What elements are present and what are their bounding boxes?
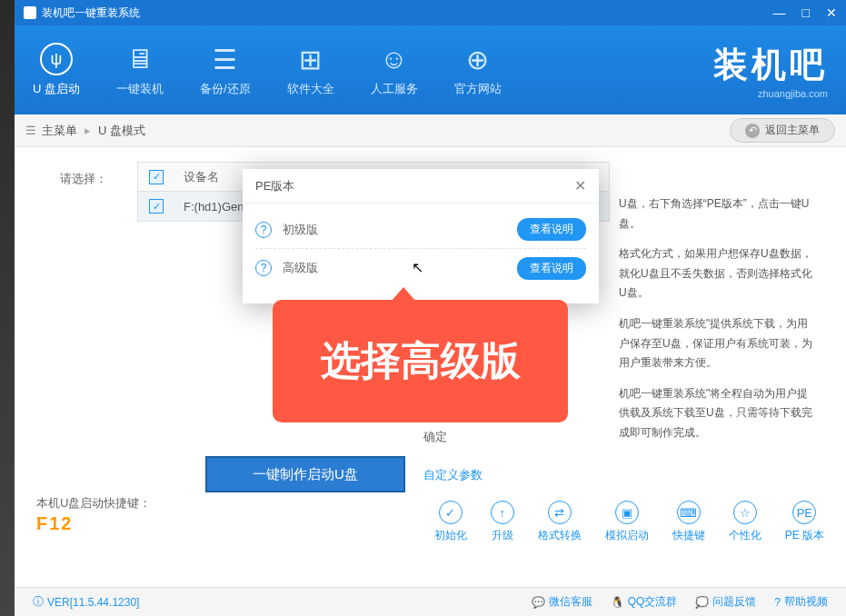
link-label: QQ交流群: [628, 594, 678, 610]
help-link[interactable]: ?帮助视频: [774, 594, 828, 610]
link-label: 微信客服: [549, 594, 592, 610]
maximize-button[interactable]: □: [802, 5, 810, 20]
brand-url: zhuangjiba.com: [713, 88, 828, 99]
info-text: U盘，右下角选择“PE版本”，点击一键U盘。 格式化方式，如果用户想保存U盘数据…: [619, 194, 819, 454]
info-icon: ⓘ: [33, 594, 44, 610]
key-icon: ⌨: [677, 501, 701, 524]
info-p4: 机吧一键重装系统"将全程自动为用户提供载及系统下载至U盘，只需等待下载完成即可制…: [619, 384, 819, 443]
breadcrumb: ☰ 主菜单 ▸ U 盘模式 ↶ 返回主菜单: [15, 114, 846, 147]
link-label: 问题反馈: [712, 594, 756, 610]
select-label: 请选择：: [60, 171, 107, 187]
tool-usb-boot[interactable]: ψ U 盘启动: [33, 43, 80, 97]
bt-label: PE 版本: [785, 528, 824, 543]
make-usb-button[interactable]: 一键制作启动U盘: [205, 456, 405, 492]
back-button[interactable]: ↶ 返回主菜单: [730, 118, 835, 143]
bt-label: 个性化: [729, 528, 761, 543]
minimize-button[interactable]: —: [773, 5, 786, 20]
modal-close-button[interactable]: ✕: [574, 177, 586, 194]
bottom-tools: ✓初始化 ↑升级 ⇄格式转换 ▣模拟启动 ⌨快捷键 ☆个性化 PEPE 版本: [434, 501, 824, 543]
tool-label: U 盘启动: [33, 81, 80, 97]
pe-icon: PE: [792, 501, 816, 524]
modal-header: PE版本 ✕: [243, 169, 599, 204]
bt-custom[interactable]: ☆个性化: [729, 501, 761, 543]
pe-option-basic[interactable]: ? 初级版 查看说明: [255, 211, 586, 249]
tool-label: 官方网站: [454, 81, 502, 97]
bt-init[interactable]: ✓初始化: [434, 501, 467, 543]
breadcrumb-sep: ▸: [85, 124, 91, 137]
toolbar: ψ U 盘启动 🖥 一键装机 ☰ 备份/还原 ⊞ 软件大全 ☺ 人工服务 ⊕ 官…: [15, 25, 846, 114]
bt-label: 升级: [492, 528, 513, 543]
question-icon: ?: [255, 222, 272, 238]
hotkey-value: F12: [36, 513, 151, 534]
wechat-icon: 💬: [532, 596, 545, 609]
feedback-link[interactable]: 💭问题反馈: [695, 594, 756, 610]
bt-format[interactable]: ⇄格式转换: [538, 501, 582, 543]
menu-icon: ☰: [25, 124, 36, 137]
globe-icon: ⊕: [462, 43, 494, 75]
app-icon: [24, 6, 36, 19]
tool-label: 一键装机: [116, 81, 164, 97]
header-checkbox[interactable]: ✓: [149, 170, 164, 184]
bt-pe[interactable]: PEPE 版本: [785, 501, 824, 543]
row-checkbox[interactable]: ✓: [149, 199, 164, 214]
monitor-icon: 🖥: [124, 43, 156, 75]
back-icon: ↶: [745, 124, 760, 138]
bt-label: 初始化: [434, 528, 467, 543]
confirm-label: 确定: [423, 429, 447, 445]
bt-simulate[interactable]: ▣模拟启动: [605, 501, 649, 543]
star-icon: ☆: [733, 501, 757, 524]
bt-label: 快捷键: [672, 528, 705, 543]
tool-software[interactable]: ⊞ 软件大全: [287, 43, 334, 97]
window-title: 装机吧一键重装系统: [42, 5, 140, 21]
hotkey-section: 本机U盘启动快捷键： F12: [36, 495, 151, 534]
version[interactable]: ⓘ VER[11.5.44.1230]: [33, 594, 139, 610]
brand-text: 装机吧: [713, 42, 828, 88]
bt-label: 格式转换: [538, 528, 582, 543]
status-right: 💬微信客服 🐧QQ交流群 💭问题反馈 ?帮助视频: [532, 594, 828, 610]
bt-upgrade[interactable]: ↑升级: [491, 501, 514, 543]
tool-backup[interactable]: ☰ 备份/还原: [200, 43, 251, 97]
brand: 装机吧 zhuangjiba.com: [713, 42, 828, 99]
modal-title: PE版本: [255, 178, 294, 194]
hotkey-label: 本机U盘启动快捷键：: [36, 495, 151, 512]
qq-icon: 🐧: [611, 596, 624, 609]
play-icon: ▣: [615, 501, 639, 524]
version-text: VER[11.5.44.1230]: [47, 596, 139, 609]
tool-label: 备份/还原: [200, 81, 251, 97]
header-checkbox-cell: ✓: [138, 170, 174, 184]
up-icon: ↑: [491, 501, 514, 524]
callout-text: 选择高级版: [321, 334, 521, 388]
option-name: 高级版: [283, 260, 318, 276]
link-label: 帮助视频: [784, 594, 828, 610]
row-checkbox-cell: ✓: [138, 199, 174, 214]
statusbar: ⓘ VER[11.5.44.1230] 💬微信客服 🐧QQ交流群 💭问题反馈 ?…: [15, 587, 846, 616]
info-p1: U盘，右下角选择“PE版本”，点击一键U盘。: [619, 194, 819, 233]
person-icon: ☺: [378, 43, 411, 75]
wechat-link[interactable]: 💬微信客服: [532, 594, 592, 610]
view-desc-button[interactable]: 查看说明: [517, 257, 586, 280]
tool-label: 软件大全: [287, 81, 334, 97]
chat-icon: 💭: [695, 596, 709, 609]
check-icon: ✓: [439, 501, 463, 524]
custom-params-link[interactable]: 自定义参数: [423, 467, 483, 483]
tool-oneclick[interactable]: 🖥 一键装机: [116, 43, 164, 97]
breadcrumb-main[interactable]: 主菜单: [42, 123, 77, 139]
qq-link[interactable]: 🐧QQ交流群: [611, 594, 678, 610]
annotation-callout: 选择高级版: [273, 300, 568, 422]
titlebar: 装机吧一键重装系统 — □ ✕: [15, 0, 846, 25]
close-button[interactable]: ✕: [826, 5, 837, 20]
usb-icon: ψ: [40, 43, 73, 75]
bt-hotkey[interactable]: ⌨快捷键: [672, 501, 705, 543]
tool-website[interactable]: ⊕ 官方网站: [454, 43, 502, 97]
tool-service[interactable]: ☺ 人工服务: [371, 43, 418, 97]
modal-body: ? 初级版 查看说明 ? 高级版 查看说明: [243, 204, 599, 303]
side-strip: [0, 0, 15, 616]
bt-label: 模拟启动: [605, 528, 649, 543]
pe-option-advanced[interactable]: ? 高级版 查看说明: [255, 249, 586, 287]
info-p2: 格式化方式，如果用户想保存U盘数据，就化U盘且不丢失数据，否则选择格式化U盘。: [619, 244, 819, 303]
view-desc-button[interactable]: 查看说明: [517, 218, 586, 241]
tool-label: 人工服务: [371, 81, 418, 97]
breadcrumb-sub: U 盘模式: [98, 123, 145, 139]
grid-icon: ⊞: [294, 43, 327, 75]
info-p3: 机吧一键重装系统"提供系统下载，为用户保存至U盘，保证用户有系统可装，为用户重装…: [619, 314, 819, 373]
